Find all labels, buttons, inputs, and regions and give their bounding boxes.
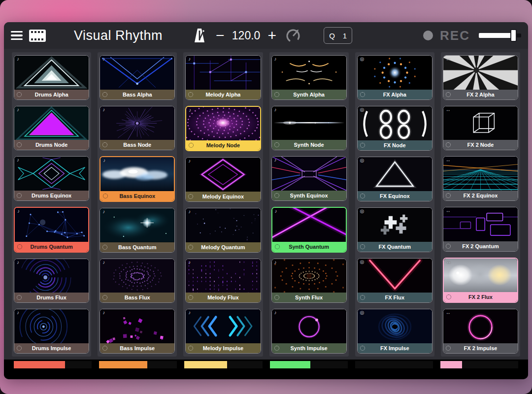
clip-thumbnail: ♪ [100, 56, 174, 90]
bottom-bar [4, 360, 528, 379]
clip-label: Drums Alpha [35, 92, 68, 98]
clip-label-bar: Bass Quantum [100, 242, 174, 252]
clip-label: FX Impulse [380, 345, 409, 351]
film-strip-icon[interactable] [29, 29, 46, 42]
clip-fx-flux[interactable]: ◎ FX Flux [357, 258, 432, 303]
clip-thumbnail: ♪ [272, 309, 346, 343]
clip-drums-node[interactable]: ♪ Drums Node [14, 106, 89, 151]
clip-synth-alpha[interactable]: ♪ Synth Alpha [271, 55, 347, 100]
clip-melody-impulse[interactable]: ♪ Melody Impulse [185, 309, 261, 354]
meter-fx[interactable] [355, 361, 433, 368]
clip-drums-equinox[interactable]: ♪ Drums Equinox [14, 156, 89, 201]
music-note-icon: ♪ [188, 310, 191, 315]
clip-synth-node[interactable]: ♪ Synth Node [271, 106, 347, 151]
clip-thumbnail: ♪ [100, 309, 174, 343]
clip-synth-quantum[interactable]: ♪ Synth Quantum [271, 207, 347, 253]
clip-label-bar: FX Node [358, 140, 432, 150]
clip-fx-impulse[interactable]: ◎ FX Impulse [357, 309, 432, 354]
clip-bass-alpha[interactable]: ♪ Bass Alpha [100, 55, 175, 100]
clip-fx-2-equinox[interactable]: ↔ FX 2 Equinox [443, 156, 518, 201]
clip-drums-impulse[interactable]: ♪ Drums Impulse [14, 309, 89, 354]
meter-melody[interactable] [184, 361, 262, 368]
clip-thumbnail: ↔ [444, 259, 517, 293]
loop-indicator-icon [274, 193, 279, 198]
music-note-icon: ♪ [274, 158, 277, 163]
loop-indicator-icon [274, 346, 279, 351]
clip-melody-alpha[interactable]: ♪ Melody Alpha [185, 55, 261, 100]
clip-melody-equinox[interactable]: ♪ Melody Equinox [185, 157, 261, 202]
loop-indicator-icon [188, 346, 193, 351]
music-note-icon: ♪ [275, 209, 277, 214]
clip-thumbnail: ↔ [443, 106, 518, 140]
clip-fx-alpha[interactable]: ◎ FX Alpha [357, 55, 432, 100]
clip-fx-node[interactable]: ◎ FX Node [357, 106, 432, 151]
clip-label-bar: Synth Quantum [272, 242, 346, 252]
column-melody: ♪ Melody Alpha ♪ Melody Node ♪ Melody Eq… [183, 52, 263, 357]
clip-thumbnail: ♪ [14, 309, 89, 343]
tap-tempo-dial-icon[interactable] [284, 27, 302, 44]
volume-handle[interactable] [510, 29, 517, 42]
top-toolbar: Visual Rhythm − 120.0 + [4, 22, 528, 49]
clip-thumbnail: ♪ [186, 259, 260, 293]
quantize-box[interactable]: Q 1 [324, 27, 352, 44]
clip-fx-quantum[interactable]: ◎ FX Quantum [357, 207, 432, 252]
clip-drums-quantum[interactable]: ♪ Drums Quantum [14, 207, 89, 253]
clip-label: Bass Equinox [119, 193, 155, 199]
clip-thumbnail: ↔ [443, 309, 518, 343]
clip-synth-impulse[interactable]: ♪ Synth Impulse [271, 309, 347, 354]
clip-thumbnail: ♪ [186, 56, 260, 90]
meter-synth[interactable] [270, 361, 348, 368]
bpm-increase-button[interactable]: + [266, 28, 279, 43]
clip-label: FX Flux [385, 295, 404, 300]
clip-label: Synth Node [294, 142, 324, 148]
meter-drums[interactable] [14, 361, 92, 368]
range-icon: ↔ [446, 57, 451, 62]
loop-indicator-icon [188, 245, 193, 250]
clip-thumbnail: ◎ [358, 56, 432, 90]
music-note-icon: ♪ [274, 57, 277, 62]
clip-fx-2-quantum[interactable]: ↔ FX 2 Quantum [443, 207, 518, 252]
clip-bass-quantum[interactable]: ♪ Bass Quantum [100, 208, 175, 253]
clip-thumbnail: ♪ [100, 259, 174, 293]
clip-synth-flux[interactable]: ♪ Synth Flux [271, 259, 347, 303]
clip-fx-equinox[interactable]: ◎ FX Equinox [357, 157, 432, 201]
meter-fx-2[interactable] [440, 361, 518, 368]
clip-bass-impulse[interactable]: ♪ Bass Impulse [100, 309, 175, 354]
loop-indicator-icon [17, 295, 22, 300]
clip-label: FX Quantum [379, 244, 411, 250]
clip-fx-2-impulse[interactable]: ↔ FX 2 Impulse [443, 309, 518, 354]
clip-bass-flux[interactable]: ♪ Bass Flux [100, 259, 175, 303]
clip-fx-2-node[interactable]: ↔ FX 2 Node [443, 106, 518, 151]
clip-label-bar: Drums Node [14, 140, 89, 150]
hamburger-menu-icon[interactable] [11, 31, 23, 40]
clip-label-bar: FX Equinox [358, 191, 432, 201]
record-indicator-icon[interactable] [423, 31, 433, 40]
clip-melody-flux[interactable]: ♪ Melody Flux [185, 259, 261, 303]
clip-label-bar: Bass Flux [100, 293, 174, 302]
clip-thumbnail: ♪ [14, 56, 89, 90]
clip-drums-flux[interactable]: ♪ Drums Flux [14, 259, 89, 303]
clip-melody-node[interactable]: ♪ Melody Node [185, 106, 261, 152]
clip-thumbnail: ♪ [15, 208, 88, 242]
clip-label-bar: Melody Equinox [186, 192, 260, 201]
clip-thumbnail: ♪ [186, 107, 260, 141]
master-volume-slider[interactable] [479, 29, 521, 42]
clip-bass-node[interactable]: ♪ Bass Node [100, 106, 175, 151]
clip-label: Bass Alpha [123, 92, 152, 98]
meter-bass[interactable] [99, 361, 177, 368]
clip-label: Bass Node [123, 142, 151, 148]
clip-drums-alpha[interactable]: ♪ Drums Alpha [14, 55, 89, 100]
clip-fx-2-flux[interactable]: ↔ FX 2 Flux [443, 258, 518, 303]
target-circle-icon: ◎ [360, 209, 365, 214]
loop-indicator-icon [274, 92, 279, 97]
bpm-decrease-button[interactable]: − [214, 28, 227, 43]
clip-bass-equinox[interactable]: ♪ Bass Equinox [100, 156, 175, 202]
clip-melody-quantum[interactable]: ♪ Melody Quantum [185, 208, 261, 253]
clip-label: Synth Equinox [290, 193, 328, 198]
rec-label[interactable]: REC [440, 28, 470, 43]
clip-thumbnail: ♪ [272, 259, 346, 293]
clip-fx-2-alpha[interactable]: ↔ FX 2 Alpha [443, 55, 518, 100]
bpm-value[interactable]: 120.0 [231, 29, 262, 42]
clip-label: Synth Flux [295, 295, 323, 300]
clip-synth-equinox[interactable]: ♪ Synth Equinox [271, 156, 347, 201]
